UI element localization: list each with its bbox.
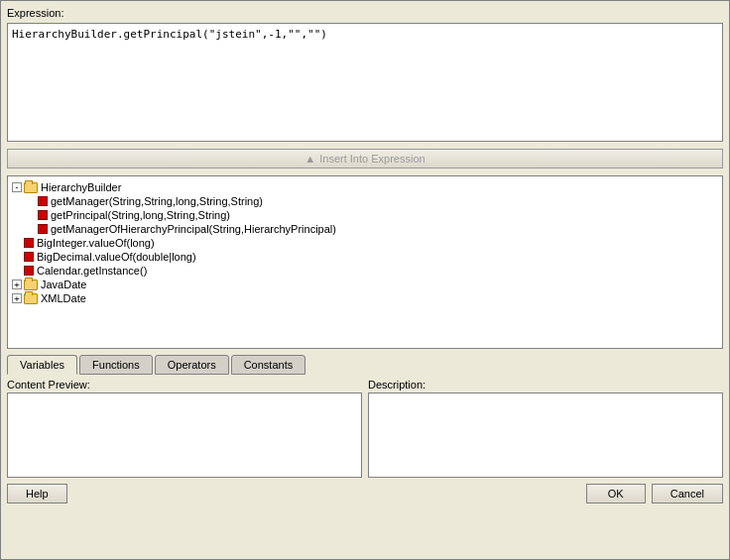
tree-item-xmldate[interactable]: + XMLDate [10,291,720,305]
footer-row: Help OK Cancel [7,482,723,505]
description-panel: Description: [368,379,723,478]
expression-label: Expression: [7,7,723,19]
folder-icon-xmldate [24,293,38,304]
tab-operators[interactable]: Operators [155,355,229,375]
tree-item-biginteger[interactable]: BigInteger.valueOf(long) [10,236,720,250]
tree-label-get-manager: getManager(String,String,long,String,Str… [51,195,263,207]
method-icon-get-manager [38,196,48,206]
footer-right: OK Cancel [586,484,723,504]
content-preview-textarea[interactable] [7,392,362,478]
tree-label-get-principal: getPrincipal(String,long,String,String) [51,209,230,221]
insert-button-row: ▲ Insert Into Expression [7,146,723,171]
expression-section: Expression: [7,7,723,142]
tab-variables[interactable]: Variables [7,355,77,375]
expand-icon-hierarchy-builder[interactable]: - [12,182,22,192]
tree-item-get-manager[interactable]: getManager(String,String,long,String,Str… [10,194,720,208]
tab-constants[interactable]: Constants [231,355,306,375]
folder-icon-hierarchy-builder [24,182,38,193]
insert-arrow-icon: ▲ [304,153,315,165]
tree-section[interactable]: - HierarchyBuilder getManager(String,Str… [7,175,723,349]
cancel-button[interactable]: Cancel [652,484,723,504]
expand-icon-xmldate[interactable]: + [12,293,22,303]
tree-content: - HierarchyBuilder getManager(String,Str… [8,176,722,309]
tree-label-bigdecimal: BigDecimal.valueOf(double|long) [37,251,196,263]
tab-functions[interactable]: Functions [79,355,153,375]
insert-label: Insert Into Expression [319,153,425,165]
method-icon-get-principal [38,210,48,220]
folder-icon-javadate [24,280,38,290]
tree-item-bigdecimal[interactable]: BigDecimal.valueOf(double|long) [10,250,720,264]
tree-label-hierarchy-builder: HierarchyBuilder [41,181,121,193]
method-icon-get-manager-hierarchy [38,224,48,234]
main-dialog: Expression: ▲ Insert Into Expression - H… [0,0,730,560]
tree-item-hierarchy-builder[interactable]: - HierarchyBuilder [10,180,720,194]
method-icon-biginteger [24,238,34,248]
help-button[interactable]: Help [7,484,67,504]
description-label: Description: [368,379,723,391]
tabs-row: Variables Functions Operators Constants [7,353,723,375]
tree-item-javadate[interactable]: + JavaDate [10,278,720,291]
content-preview-label: Content Preview: [7,379,362,391]
tree-item-get-manager-hierarchy[interactable]: getManagerOfHierarchyPrincipal(String,Hi… [10,222,720,236]
ok-button[interactable]: OK [586,484,646,504]
content-preview-panel: Content Preview: [7,379,362,478]
tree-label-biginteger: BigInteger.valueOf(long) [37,237,155,249]
description-textarea[interactable] [368,392,723,478]
tree-item-get-principal[interactable]: getPrincipal(String,long,String,String) [10,208,720,222]
method-icon-calendar [24,266,34,276]
expression-input[interactable] [7,23,723,142]
tree-label-javadate: JavaDate [41,279,86,290]
tree-label-xmldate: XMLDate [41,292,86,304]
insert-expression-button[interactable]: ▲ Insert Into Expression [7,149,723,168]
tree-label-calendar: Calendar.getInstance() [37,265,147,277]
method-icon-bigdecimal [24,252,34,262]
bottom-panels: Content Preview: Description: [7,379,723,478]
tree-label-get-manager-hierarchy: getManagerOfHierarchyPrincipal(String,Hi… [51,223,336,235]
expand-icon-javadate[interactable]: + [12,280,22,289]
tree-item-calendar[interactable]: Calendar.getInstance() [10,264,720,278]
